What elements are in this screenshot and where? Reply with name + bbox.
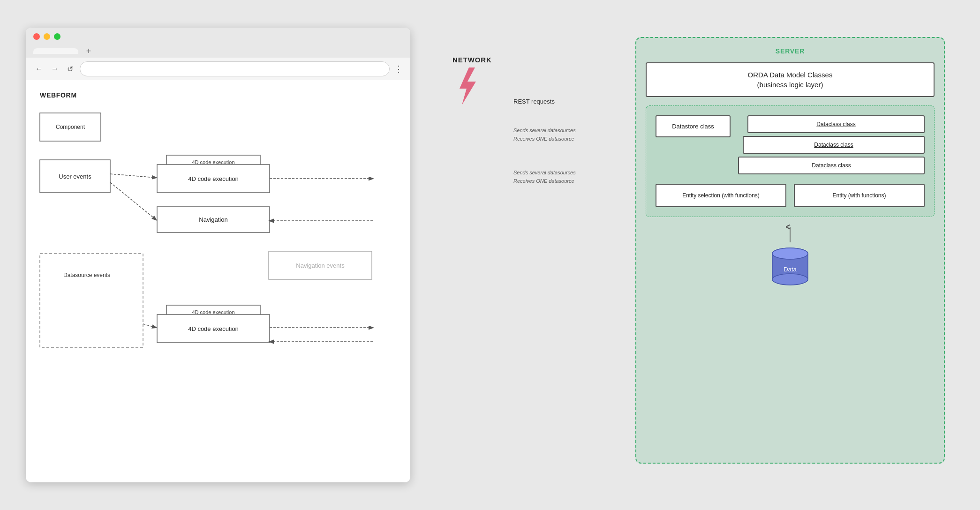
browser-toolbar: ← → ↺ ⋮	[26, 58, 410, 80]
data-cylinder-area: Data	[646, 225, 935, 290]
browser-tab[interactable]	[33, 48, 78, 54]
network-label: NETWORK	[452, 56, 492, 64]
diagram-svg: Component User events 4D code execution …	[35, 108, 392, 482]
datastore-row: Datastore class Dataclass class Dataclas…	[656, 115, 925, 174]
svg-text:4D code execution: 4D code execution	[188, 175, 239, 182]
address-bar[interactable]	[80, 61, 390, 76]
data-arrow-icon	[785, 225, 795, 243]
dataclass-box-2: Dataclass class	[743, 136, 925, 154]
network-section: NETWORK	[452, 56, 492, 107]
dataclass-box-3: Dataclass class	[738, 157, 925, 174]
menu-button[interactable]: ⋮	[394, 64, 403, 74]
datastore-class-box: Datastore class	[656, 115, 731, 137]
refresh-button[interactable]: ↺	[65, 64, 75, 75]
svg-text:Datasource events: Datasource events	[63, 272, 110, 278]
forward-button[interactable]: →	[49, 64, 60, 74]
right-panel: NETWORK REST requests Sends several data…	[438, 28, 954, 482]
svg-point-31	[772, 274, 808, 285]
orda-title-text: ORDA Data Model Classes(business logic l…	[748, 71, 833, 89]
server-panel: SERVER ORDA Data Model Classes(business …	[635, 37, 945, 464]
server-classes-area: Datastore class Dataclass class Dataclas…	[646, 105, 935, 217]
svg-text:4D code execution: 4D code execution	[192, 309, 234, 315]
browser-titlebar: +	[26, 28, 410, 58]
sends-several-1-label: Sends several datasources	[513, 128, 631, 133]
network-annotations: REST requests Sends several datasources …	[513, 98, 631, 184]
back-button[interactable]: ←	[33, 64, 45, 74]
close-button[interactable]	[33, 33, 40, 40]
minimize-button[interactable]	[44, 33, 50, 40]
entity-row: Entity selection (with functions) Entity…	[656, 184, 925, 207]
dataclass-stack: Dataclass class Dataclass class Dataclas…	[738, 115, 925, 174]
svg-text:4D code execution: 4D code execution	[192, 159, 234, 165]
svg-line-19	[110, 182, 156, 220]
entity-box: Entity (with functions)	[794, 184, 925, 207]
orda-title-box: ORDA Data Model Classes(business logic l…	[646, 62, 935, 97]
receives-one-2-label: Receives ONE datasource	[513, 178, 631, 184]
svg-text:Navigation events: Navigation events	[296, 262, 345, 269]
webform-label: WEBFORM	[40, 91, 396, 99]
sends-several-2-label: Sends several datasources	[513, 170, 631, 175]
svg-text:Component: Component	[56, 124, 85, 130]
svg-text:Data: Data	[784, 266, 797, 273]
server-label: SERVER	[646, 47, 935, 55]
browser-controls	[33, 33, 403, 40]
svg-point-32	[772, 248, 808, 259]
lightning-icon	[452, 68, 481, 105]
svg-text:User events: User events	[59, 173, 91, 180]
svg-rect-10	[40, 254, 143, 347]
entity-selection-box: Entity selection (with functions)	[656, 184, 786, 207]
rest-requests-label: REST requests	[513, 98, 631, 105]
svg-text:4D code execution: 4D code execution	[188, 325, 239, 332]
svg-marker-25	[460, 68, 476, 105]
svg-line-18	[110, 174, 156, 178]
browser-tabs: +	[33, 45, 403, 58]
data-cylinder-icon: Data	[767, 243, 814, 290]
receives-one-1-label: Receives ONE datasource	[513, 136, 631, 142]
svg-text:Navigation: Navigation	[199, 216, 227, 223]
browser-window: + ← → ↺ ⋮ WEBFORM Component User events …	[26, 28, 410, 482]
maximize-button[interactable]	[54, 33, 60, 40]
svg-line-20	[143, 324, 156, 328]
new-tab-button[interactable]: +	[82, 45, 95, 58]
browser-content: WEBFORM Component User events 4D code ex…	[26, 80, 410, 482]
dataclass-box-1: Dataclass class	[747, 115, 925, 133]
